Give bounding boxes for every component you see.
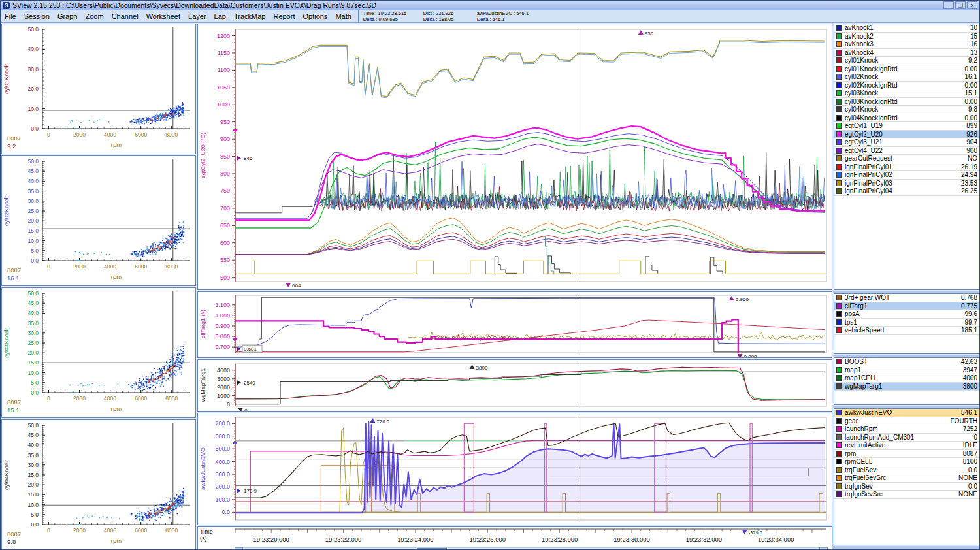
svg-text:35.0: 35.0 <box>27 320 39 327</box>
scroll-left-arrow[interactable]: ◄ <box>235 547 243 550</box>
minimize-button[interactable]: _ <box>943 1 954 9</box>
restore-button[interactable]: ❏ <box>955 1 966 9</box>
scatter-panel-cyl02Knock[interactable]: 0.05.010.015.020.025.030.035.040.045.050… <box>1 155 196 286</box>
titlebar[interactable]: S SView 2.15.253 : C:\Users\Public\Docum… <box>1 1 979 10</box>
egt-main-plot[interactable]: 5005506006507007508008509009501000105011… <box>198 24 832 289</box>
channel-name: BOOST <box>845 358 868 365</box>
channel-row-3rd+ gear WOT[interactable]: 3rd+ gear WOT0.768 <box>834 294 979 302</box>
scatter-panel-cyl04Knock[interactable]: 0.05.010.015.020.025.030.035.040.045.050… <box>1 419 196 550</box>
cyl01Knock-vs-rpm-plot[interactable]: 0.010.020.030.040.050.002000400060008000… <box>2 24 195 153</box>
awkw-chart-panel[interactable]: 0.0100.0200.0300.0400.0500.0600.0700.0aw… <box>197 413 832 525</box>
channel-row-cllTarg1[interactable]: cllTarg10.775 <box>834 302 979 311</box>
clltarg-plot[interactable]: 0.7000.8000.9001.0001.100cllTarg1 (λ)0.6… <box>198 292 832 357</box>
menu-worksheet[interactable]: Worksheet <box>142 11 184 22</box>
svg-text:0.0: 0.0 <box>31 521 39 528</box>
horizontal-scrollbar[interactable]: ◄ ► <box>235 547 828 550</box>
channel-row-cyl04Knock[interactable]: cyl04Knock9.8 <box>834 106 979 114</box>
channel-row-revLimitActive[interactable]: revLimitActiveIDLE <box>834 442 979 450</box>
channel-row-avKnock1[interactable]: avKnock110 <box>834 24 979 33</box>
wgmap-plot[interactable]: 01000200030004000wgMapTarg1254938000 <box>198 360 832 411</box>
menu-options[interactable]: Options <box>299 11 331 22</box>
channel-row-map1CELL[interactable]: map1CELL4000 <box>834 374 979 383</box>
svg-text:950: 950 <box>220 119 230 125</box>
menu-report[interactable]: Report <box>269 11 299 22</box>
awkw-plot[interactable]: 0.0100.0200.0300.0400.0500.0600.0700.0aw… <box>198 413 832 525</box>
scroll-right-arrow[interactable]: ► <box>819 547 828 550</box>
menu-trackmap[interactable]: TrackMap <box>230 11 270 22</box>
cyl02Knock-vs-rpm-plot[interactable]: 0.05.010.015.020.025.030.035.040.045.050… <box>2 156 195 285</box>
clltarg-chart-panel[interactable]: 0.7000.8000.9001.0001.100cllTarg1 (λ)0.6… <box>197 291 832 358</box>
channel-value: 16 <box>970 40 977 48</box>
channel-row-cyl04KnockIgnRtd[interactable]: cyl04KnockIgnRtd0.00 <box>834 114 979 123</box>
channel-row-launchRpm[interactable]: launchRpm7252 <box>834 425 979 434</box>
channel-row-cyl03KnockIgnRtd[interactable]: cyl03KnockIgnRtd0.00 <box>834 98 979 106</box>
scatter-panel-cyl01Knock[interactable]: 0.010.020.030.040.050.002000400060008000… <box>1 24 196 154</box>
channel-name: cyl02KnockIgnRtd <box>845 82 898 89</box>
menu-layer[interactable]: Layer <box>184 11 210 22</box>
menu-zoom[interactable]: Zoom <box>81 11 107 22</box>
channel-row-cyl01Knock[interactable]: cyl01Knock9.2 <box>834 57 979 65</box>
close-button[interactable]: × <box>967 1 977 9</box>
channel-row-egtCyl2_U20[interactable]: egtCyl2_U20926 <box>834 131 979 139</box>
channel-row-egtCyl3_U21[interactable]: egtCyl3_U21904 <box>834 138 979 147</box>
channel-row-rpm[interactable]: rpm8087 <box>834 450 979 459</box>
menu-session[interactable]: Session <box>20 11 54 22</box>
cyl04Knock-vs-rpm-plot[interactable]: 0.05.010.015.020.025.030.035.040.045.050… <box>2 420 195 549</box>
menu-file[interactable]: File <box>1 11 20 22</box>
channel-row-gearCutRequest[interactable]: gearCutRequestNO <box>834 155 979 163</box>
channel-row-egtCyl4_U22[interactable]: egtCyl4_U22900 <box>834 147 979 155</box>
menu-graph[interactable]: Graph <box>54 11 82 22</box>
channel-row-ppsA[interactable]: ppsA99.6 <box>834 310 979 319</box>
svg-text:500: 500 <box>220 274 230 281</box>
svg-text:10.0: 10.0 <box>27 370 39 376</box>
svg-text:10.0: 10.0 <box>27 106 39 112</box>
scatter-panel-cyl03Knock[interactable]: 0.05.010.015.020.025.030.035.040.045.050… <box>1 287 196 418</box>
svg-text:700.0: 700.0 <box>215 420 230 427</box>
channel-name: ignFinalPriCyl04 <box>845 187 892 195</box>
channel-row-ignFinalPriCyl01[interactable]: ignFinalPriCyl0126.19 <box>834 163 979 172</box>
channel-row-BOOST[interactable]: BOOST42.63 <box>834 358 979 366</box>
channel-row-ignFinalPriCyl04[interactable]: ignFinalPriCyl0426.25 <box>834 187 979 196</box>
scroll-track[interactable] <box>243 547 819 550</box>
channel-row-launchRpmAdd_CM301[interactable]: launchRpmAdd_CM3010 <box>834 434 979 442</box>
channel-row-egtCyl1_U19[interactable]: egtCyl1_U19899 <box>834 122 979 131</box>
svg-text:2000: 2000 <box>73 395 86 402</box>
menu-math[interactable]: Math <box>331 11 355 22</box>
channel-row-wgMapTarg1[interactable]: wgMapTarg13800 <box>834 383 979 391</box>
channel-name: avKnock3 <box>845 40 874 48</box>
channel-row-awkwJustinEVO[interactable]: awkwJustinEVO546.1 <box>834 409 979 417</box>
svg-text:10.0: 10.0 <box>27 238 39 244</box>
channel-row-gear[interactable]: gearFOURTH <box>834 417 979 426</box>
svg-text:0.0: 0.0 <box>31 389 39 396</box>
svg-text:15.1: 15.1 <box>7 406 20 413</box>
svg-text:-929.6: -929.6 <box>749 530 762 536</box>
channel-row-tps1[interactable]: tps199.7 <box>834 319 979 327</box>
channel-row-rpmCELL[interactable]: rpmCELL8100 <box>834 458 979 466</box>
channel-value: 9.8 <box>968 106 977 113</box>
svg-text:0: 0 <box>47 263 50 270</box>
menu-channel[interactable]: Channel <box>108 11 142 22</box>
channel-row-trqIgnSev[interactable]: trqIgnSev0.0 <box>834 483 979 491</box>
channel-row-avKnock2[interactable]: avKnock215 <box>834 33 979 41</box>
channel-color-swatch <box>836 139 842 145</box>
channel-row-avKnock4[interactable]: avKnock413 <box>834 49 979 57</box>
channel-row-cyl02KnockIgnRtd[interactable]: cyl02KnockIgnRtd0.00 <box>834 82 979 90</box>
channel-value: 15 <box>970 33 977 40</box>
channel-color-swatch <box>836 74 842 80</box>
menu-lap[interactable]: Lap <box>210 11 230 22</box>
channel-row-cyl02Knock[interactable]: cyl02Knock16.1 <box>834 73 979 82</box>
channel-row-trqFuelSev[interactable]: trqFuelSev0.0 <box>834 466 979 475</box>
channel-row-ignFinalPriCyl02[interactable]: ignFinalPriCyl0224.94 <box>834 171 979 180</box>
wgmaptarg-chart-panel[interactable]: 01000200030004000wgMapTarg1254938000 <box>197 359 832 412</box>
channel-row-ignFinalPriCyl03[interactable]: ignFinalPriCyl0323.53 <box>834 180 979 188</box>
channel-row-trqIgnSevSrc[interactable]: trqIgnSevSrcNONE <box>834 491 979 499</box>
channel-row-cyl03Knock[interactable]: cyl03Knock15.1 <box>834 89 979 98</box>
channel-row-cyl01KnockIgnRtd[interactable]: cyl01KnockIgnRtd0.00 <box>834 65 979 74</box>
channel-row-trqFuelSevSrc[interactable]: trqFuelSevSrcNONE <box>834 474 979 483</box>
channel-value: 26.25 <box>961 187 977 195</box>
egt-chart-panel[interactable]: 5005506006507007508008509009501000105011… <box>197 24 832 290</box>
cyl03Knock-vs-rpm-plot[interactable]: 0.05.010.015.020.025.030.035.040.045.050… <box>2 288 195 417</box>
channel-row-vehicleSpeed[interactable]: vehicleSpeed185.1 <box>834 327 979 335</box>
channel-row-map1[interactable]: map13947 <box>834 366 979 375</box>
channel-row-avKnock3[interactable]: avKnock316 <box>834 40 979 49</box>
